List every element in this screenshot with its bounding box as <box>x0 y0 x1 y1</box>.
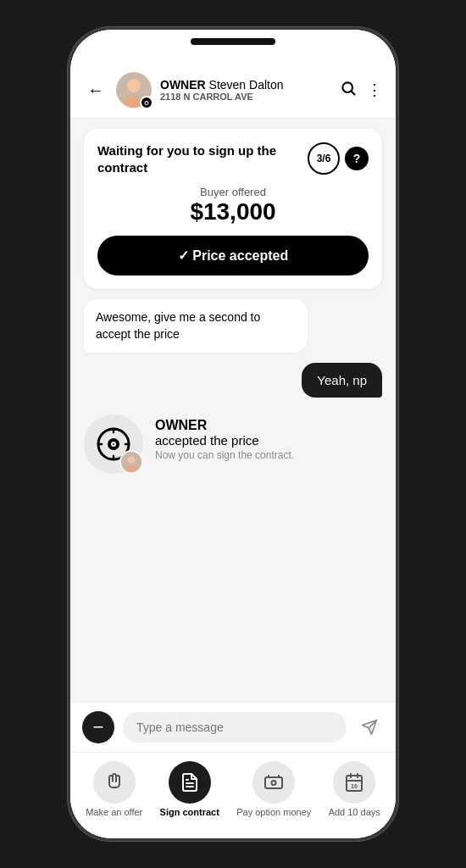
svg-point-8 <box>113 443 114 445</box>
avatar: O <box>116 72 152 108</box>
owner-name-tag: OWNER <box>155 418 382 433</box>
step-circle: 3/6 <box>308 142 340 175</box>
svg-point-1 <box>127 79 141 92</box>
avatar-badge: O <box>140 96 153 109</box>
nav-item-sign-contract[interactable]: Sign contract <box>160 761 219 818</box>
owner-avatar-large <box>84 415 143 474</box>
status-card: Waiting for you to sign up the contract … <box>84 129 382 289</box>
nav-item-add-days[interactable]: 10 Add 10 days <box>329 761 380 818</box>
back-button[interactable]: ← <box>84 77 108 103</box>
money-icon <box>252 761 295 804</box>
header-actions: ⋮ <box>340 80 382 101</box>
nav-label-add-days: Add 10 days <box>329 807 380 818</box>
header-name: OWNER Steven Dalton <box>160 78 331 92</box>
document-icon <box>169 761 211 804</box>
phone-screen: ← O OWNER Steven Dalton 2118 <box>70 30 396 838</box>
status-title: Waiting for you to sign up the contract <box>97 142 308 175</box>
minus-button[interactable]: − <box>82 711 114 743</box>
owner-accepted-section: OWNER accepted the price Now you can sig… <box>84 408 382 481</box>
buyer-amount: $13,000 <box>97 198 369 225</box>
owner-subtitle: Now you can sign the contract. <box>155 449 382 461</box>
svg-text:10: 10 <box>351 783 358 789</box>
message-bar: − <box>70 702 396 752</box>
buyer-label: Buyer offered <box>97 186 369 198</box>
notch <box>191 38 275 45</box>
nav-label-sign-contract: Sign contract <box>160 807 219 818</box>
svg-line-4 <box>352 91 355 94</box>
owner-action: accepted the price <box>155 433 382 448</box>
svg-point-17 <box>272 781 276 785</box>
message-input[interactable] <box>123 712 347 743</box>
bottom-nav: Make an offer Sign contract <box>70 752 396 838</box>
more-icon[interactable]: ⋮ <box>367 81 382 99</box>
message-bubble-right: Yeah, np <box>302 363 382 398</box>
owner-info: OWNER accepted the price Now you can sig… <box>155 415 382 461</box>
header-address: 2118 N CARROL AVE <box>160 92 331 102</box>
step-indicator: 3/6 ? <box>308 142 369 175</box>
price-accepted-button[interactable]: ✓ Price accepted <box>97 236 369 275</box>
chat-area: Waiting for you to sign up the contract … <box>70 119 396 702</box>
svg-point-10 <box>128 456 136 464</box>
message-bubble-left: Awesome, give me a second to accept the … <box>84 299 308 353</box>
search-icon[interactable] <box>340 80 357 101</box>
send-button[interactable] <box>355 713 384 742</box>
buyer-offered: Buyer offered $13,000 <box>97 186 369 225</box>
phone-shell: ← O OWNER Steven Dalton 2118 <box>68 27 398 841</box>
header-info: OWNER Steven Dalton 2118 N CARROL AVE <box>160 78 331 102</box>
nav-item-make-offer[interactable]: Make an offer <box>86 761 142 818</box>
calendar-icon: 10 <box>333 761 375 804</box>
nav-item-pay-option[interactable]: Pay option money <box>236 761 311 818</box>
nav-label-make-offer: Make an offer <box>86 807 142 818</box>
nav-label-pay-option: Pay option money <box>236 807 311 818</box>
owner-face-small <box>119 450 143 474</box>
hand-icon <box>93 761 136 804</box>
help-button[interactable]: ? <box>345 147 369 170</box>
svg-rect-16 <box>265 777 282 788</box>
